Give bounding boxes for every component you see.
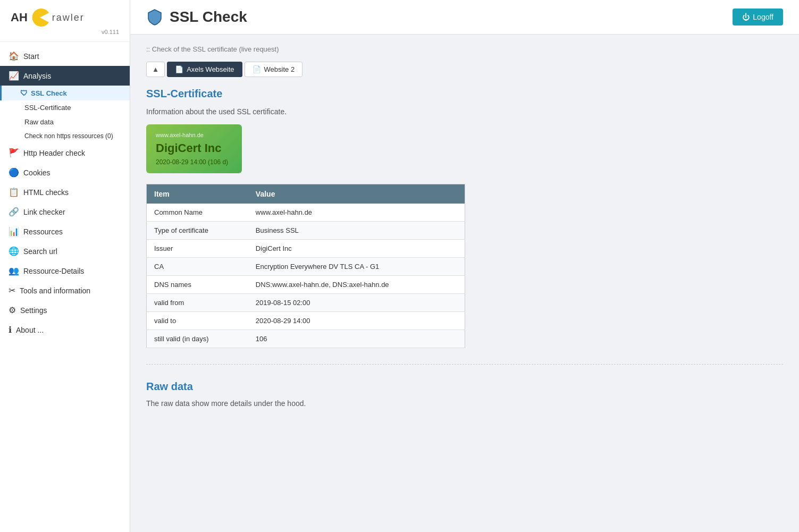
tab-icon-website2: 📄 bbox=[253, 65, 261, 73]
cell-item: Type of certificate bbox=[147, 222, 248, 240]
link-icon: 🔗 bbox=[9, 207, 19, 217]
table-row: IssuerDigiCert Inc bbox=[147, 240, 465, 258]
logo-crawler: rawler bbox=[52, 12, 85, 23]
logoff-button[interactable]: ⏻ Logoff bbox=[733, 9, 783, 26]
cell-value: 106 bbox=[248, 330, 465, 348]
ssl-section-title: SSL-Certificate bbox=[146, 88, 783, 100]
ssl-shield-icon bbox=[146, 9, 163, 26]
sidebar-item-settings[interactable]: ⚙ Settings bbox=[0, 300, 130, 320]
home-icon: 🏠 bbox=[9, 51, 19, 61]
sidebar-item-start[interactable]: 🏠 Start bbox=[0, 46, 130, 66]
sidebar-item-html-checks[interactable]: 📋 HTML checks bbox=[0, 182, 130, 202]
sidebar: AH rawler v0.111 🏠 Start 📈 Analysis 🛡 SS… bbox=[0, 0, 130, 532]
sidebar-item-about[interactable]: ℹ About ... bbox=[0, 320, 130, 340]
page-header: SSL Check ⏻ Logoff bbox=[130, 0, 799, 35]
cookies-icon: 🔵 bbox=[9, 167, 19, 178]
sidebar-item-html-checks-label: HTML checks bbox=[23, 188, 69, 197]
table-row: still valid (in days)106 bbox=[147, 330, 465, 348]
sidebar-item-http-header-label: Http Header check bbox=[23, 149, 85, 157]
sidebar-item-raw-data[interactable]: Raw data bbox=[0, 115, 130, 129]
sidebar-item-start-label: Start bbox=[23, 52, 39, 61]
cell-value: DigiCert Inc bbox=[248, 240, 465, 258]
table-row: valid to2020-08-29 14:00 bbox=[147, 312, 465, 330]
tab-axels-label: Axels Webseite bbox=[187, 65, 234, 73]
page-title: SSL Check bbox=[170, 9, 247, 26]
sidebar-item-cookies[interactable]: 🔵 Cookies bbox=[0, 163, 130, 182]
cell-item: Common Name bbox=[147, 204, 248, 222]
sidebar-item-ssl-label: SSL Check bbox=[31, 89, 67, 97]
col-value: Value bbox=[248, 184, 465, 204]
tab-back-arrow[interactable]: ▲ bbox=[146, 62, 165, 77]
content-area: :: Check of the SSL certificate (live re… bbox=[130, 35, 799, 418]
sidebar-item-analysis-label: Analysis bbox=[23, 72, 51, 80]
sidebar-item-ressources[interactable]: 📊 Ressources bbox=[0, 222, 130, 241]
table-header-row: Item Value bbox=[147, 184, 465, 204]
sidebar-item-search-url-label: Search url bbox=[23, 247, 57, 256]
cert-url: www.axel-hahn.de bbox=[156, 132, 232, 138]
sidebar-item-ssl-certificate-label: SSL-Certificate bbox=[24, 104, 71, 112]
cert-org: DigiCert Inc bbox=[156, 141, 232, 155]
sidebar-item-raw-data-label: Raw data bbox=[24, 118, 54, 126]
power-icon: ⏻ bbox=[742, 13, 750, 21]
table-body: Common Namewww.axel-hahn.deType of certi… bbox=[147, 204, 465, 348]
page-subtitle: :: Check of the SSL certificate (live re… bbox=[146, 45, 783, 53]
sidebar-item-analysis[interactable]: 📈 Analysis bbox=[0, 66, 130, 86]
sidebar-item-ressource-details[interactable]: 👥 Ressource-Details bbox=[0, 261, 130, 281]
table-row: valid from2019-08-15 02:00 bbox=[147, 294, 465, 312]
html-icon: 📋 bbox=[9, 187, 19, 197]
gear-icon: ⚙ bbox=[9, 305, 16, 315]
cell-value: Business SSL bbox=[248, 222, 465, 240]
table-row: Common Namewww.axel-hahn.de bbox=[147, 204, 465, 222]
pacman-icon bbox=[31, 9, 49, 27]
raw-data-desc: The raw data show more details under the… bbox=[146, 399, 783, 408]
analysis-icon: 📈 bbox=[9, 71, 19, 81]
ressources-icon: 📊 bbox=[9, 226, 19, 237]
cell-value: DNS:www.axel-hahn.de, DNS:axel-hahn.de bbox=[248, 276, 465, 294]
sidebar-item-cookies-label: Cookies bbox=[23, 168, 51, 177]
sidebar-item-tools[interactable]: ✂ Tools and information bbox=[0, 281, 130, 300]
cell-value: 2019-08-15 02:00 bbox=[248, 294, 465, 312]
sidebar-item-ssl-certificate[interactable]: SSL-Certificate bbox=[0, 100, 130, 115]
cell-item: Issuer bbox=[147, 240, 248, 258]
cell-item: DNS names bbox=[147, 276, 248, 294]
certificate-card: www.axel-hahn.de DigiCert Inc 2020-08-29… bbox=[146, 124, 242, 173]
sidebar-item-search-url[interactable]: 🌐 Search url bbox=[0, 241, 130, 261]
tab-icon-axels: 📄 bbox=[175, 65, 183, 73]
shield-nav-icon: 🛡 bbox=[20, 89, 28, 97]
sidebar-item-ssl-check[interactable]: 🛡 SSL Check bbox=[0, 86, 130, 100]
tab-website-2[interactable]: 📄 Website 2 bbox=[245, 62, 303, 77]
sidebar-item-settings-label: Settings bbox=[20, 306, 47, 315]
page-title-area: SSL Check bbox=[146, 9, 247, 26]
cell-item: valid to bbox=[147, 312, 248, 330]
tools-icon: ✂ bbox=[9, 285, 15, 295]
people-icon: 👥 bbox=[9, 266, 19, 276]
tab-website2-label: Website 2 bbox=[264, 65, 295, 73]
raw-data-section-title: Raw data bbox=[146, 381, 783, 393]
logo-area: AH rawler v0.111 bbox=[0, 0, 130, 42]
table-row: DNS namesDNS:www.axel-hahn.de, DNS:axel-… bbox=[147, 276, 465, 294]
globe-icon: 🌐 bbox=[9, 246, 19, 256]
table-row: CAEncryption Everywhere DV TLS CA - G1 bbox=[147, 258, 465, 276]
ssl-section-desc: Information about the used SSL certifica… bbox=[146, 107, 783, 116]
cell-value: Encryption Everywhere DV TLS CA - G1 bbox=[248, 258, 465, 276]
sidebar-item-tools-label: Tools and information bbox=[20, 286, 90, 295]
sidebar-item-http-header[interactable]: 🚩 Http Header check bbox=[0, 143, 130, 163]
sidebar-item-about-label: About ... bbox=[16, 326, 44, 334]
tab-axels-webseite[interactable]: 📄 Axels Webseite bbox=[167, 62, 242, 77]
flag-icon: 🚩 bbox=[9, 148, 19, 158]
cell-item: still valid (in days) bbox=[147, 330, 248, 348]
website-tabs: ▲ 📄 Axels Webseite 📄 Website 2 bbox=[146, 62, 783, 77]
cell-value: www.axel-hahn.de bbox=[248, 204, 465, 222]
logo-version: v0.111 bbox=[11, 29, 119, 35]
sidebar-item-link-checker[interactable]: 🔗 Link checker bbox=[0, 202, 130, 222]
logo-ah: AH bbox=[11, 11, 28, 24]
section-divider bbox=[146, 364, 783, 365]
main-content: SSL Check ⏻ Logoff :: Check of the SSL c… bbox=[130, 0, 799, 532]
sidebar-item-check-non-https[interactable]: Check non https ressources (0) bbox=[0, 129, 130, 143]
sidebar-item-check-non-https-label: Check non https ressources (0) bbox=[24, 132, 113, 140]
cert-date: 2020-08-29 14:00 (106 d) bbox=[156, 158, 232, 166]
certificate-table: Item Value Common Namewww.axel-hahn.deTy… bbox=[146, 184, 465, 348]
sidebar-item-link-checker-label: Link checker bbox=[23, 208, 65, 216]
table-row: Type of certificateBusiness SSL bbox=[147, 222, 465, 240]
sidebar-item-ressources-label: Ressources bbox=[23, 227, 63, 236]
